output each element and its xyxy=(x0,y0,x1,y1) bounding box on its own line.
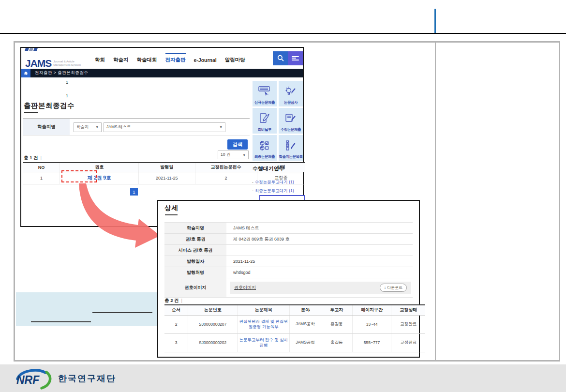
nrf-org-name: 한국연구재단 xyxy=(58,373,116,384)
popup-title-underline xyxy=(165,214,178,215)
breadcrumb: 전자출판 > 출판본최종검수 xyxy=(35,70,88,76)
redaction-line-2 xyxy=(31,321,91,322)
redaction-line-1 xyxy=(92,312,152,313)
home-icon[interactable] xyxy=(21,69,30,77)
page-title-underline xyxy=(24,112,38,113)
table-row: 3 SJ0000000202 논문투고부터 접수 및 심사 진행 JAMS공학 … xyxy=(164,333,425,352)
search-form: 학술지명 학술지 ▼ JAMS 테스트 ▼ xyxy=(23,119,250,136)
quickmenu-new-submission[interactable]: 신규논문제출 xyxy=(253,81,277,106)
jams-logo-cubes-icon xyxy=(25,48,51,51)
journal-name-label: 학술지명 xyxy=(23,119,70,135)
annotation-arrow xyxy=(63,174,167,252)
field-row-publisher: 발행처명 whtlsgod xyxy=(164,267,413,278)
quickmenu-revised-submission[interactable]: 수정논문제출 xyxy=(279,108,303,134)
field-row-service-volume: 서비스 권/호 통권 xyxy=(164,245,413,256)
nav-item-conference[interactable]: 학술대회 xyxy=(137,53,157,63)
chevron-down-icon: ▼ xyxy=(96,125,99,129)
field-row-journal-name: 학술지명 JAMS 테스트 xyxy=(164,223,413,234)
page-size-select[interactable]: 10 건 ▼ xyxy=(218,151,249,159)
field-row-issue-image: 권호이미지 권호이미지 ↓ 다운로드 xyxy=(164,278,413,298)
quickmenu-membership-fee[interactable]: 회비납부 xyxy=(253,108,277,134)
todo-title: 수행대기업무 xyxy=(253,165,284,172)
journal-type-select[interactable]: 학술지 ▼ xyxy=(74,122,102,132)
jams-logo-subtitle: Journal & Article Management System xyxy=(53,60,81,67)
stray-mark-1: 1 xyxy=(66,80,68,85)
article-table: 순서 논문번호 논문제목 분야 투고자 페이지구간 교정상태 2 SJ00000… xyxy=(164,304,425,352)
field-row-volume-issue: 권/호 통권 제 042권 869호 통권 6039 호 xyxy=(164,234,413,245)
nrf-logo: NRF 한국연구재단 xyxy=(13,367,116,390)
page-top-rule xyxy=(0,33,566,34)
nav-item-society[interactable]: 학회 xyxy=(95,53,105,63)
page-title: 출판본최종검수 xyxy=(24,101,74,110)
popup-result-count: 총 2 건| xyxy=(164,298,182,304)
quickmenu-review[interactable]: 논문심사 xyxy=(279,81,303,106)
todo-item-final-pending[interactable]: -최종논문투고대기 (1) xyxy=(252,188,294,194)
quickmenu-final-submission[interactable]: 최종논문제출 xyxy=(253,135,277,161)
nrf-swoosh-icon: NRF xyxy=(13,367,54,390)
stray-mark-2: 1 xyxy=(66,93,68,98)
breadcrumb-bar: 전자출판 > 출판본최종검수 xyxy=(21,69,303,77)
nav-item-epublish[interactable]: 전자출판 xyxy=(165,53,186,63)
quickmenu-journal-article-list[interactable]: 학술지논문목록 xyxy=(279,135,303,161)
todo-title-underline xyxy=(253,174,303,174)
issue-image-link[interactable]: 권호이미지 xyxy=(234,285,256,291)
result-count: 총 1 건| xyxy=(24,155,42,161)
nav-item-ejournal[interactable]: e-Journal xyxy=(194,54,217,63)
bulb-pencil-icon xyxy=(284,86,297,100)
search-button[interactable]: 검색 xyxy=(227,139,248,150)
table-row: 2 SJ0000000207 편집위원장 결재 및 편집위원총평 가능여부 JA… xyxy=(164,315,425,333)
article-table-header: 순서 논문번호 논문제목 분야 투고자 페이지구간 교정상태 xyxy=(164,305,425,315)
keyboard-hand-icon xyxy=(258,86,271,100)
detail-popup: 상세 학술지명 JAMS 테스트 권/호 통권 제 042권 869호 통권 6… xyxy=(157,200,420,358)
todo-item-revised-pending[interactable]: -수정논문투고대기 (1) xyxy=(252,180,294,185)
svg-text:NRF: NRF xyxy=(16,374,40,386)
nav-item-journal[interactable]: 학술지 xyxy=(113,53,129,63)
article-title-link[interactable]: 편집위원장 결재 및 편집위원총평 가능여부 xyxy=(238,319,289,330)
chevron-down-icon: ▼ xyxy=(243,153,246,157)
faces-checkbox-icon xyxy=(258,140,271,154)
main-nav: 학회 학술지 학술대회 전자출판 e-Journal 알림마당 xyxy=(95,53,245,63)
header-column-divider xyxy=(434,9,436,33)
footer-band: NRF 한국연구재단 xyxy=(0,364,566,392)
document-pencil-icon xyxy=(284,113,297,127)
popup-title: 상세 xyxy=(164,204,179,212)
hamburger-menu-icon[interactable] xyxy=(288,51,303,65)
content-frame-divider xyxy=(435,41,436,362)
article-title-link[interactable]: 논문투고부터 접수 및 심사 진행 xyxy=(238,337,289,348)
document-feather-icon xyxy=(258,113,271,127)
field-row-pub-date: 발행일자 2021-11-25 xyxy=(164,256,413,267)
download-button[interactable]: ↓ 다운로드 xyxy=(380,284,407,292)
chevron-down-icon: ▼ xyxy=(220,125,223,129)
nav-item-notice[interactable]: 알림마당 xyxy=(225,53,245,63)
search-icon[interactable] xyxy=(273,51,288,65)
checklist-pencil-icon xyxy=(284,140,297,154)
jams-header: JAMS Journal & Article Management System… xyxy=(21,48,303,68)
jams-logo[interactable]: JAMS Journal & Article Management System xyxy=(25,48,92,68)
detail-fields: 학술지명 JAMS 테스트 권/호 통권 제 042권 869호 통권 6039… xyxy=(164,222,413,298)
jams-logo-text: JAMS xyxy=(25,59,51,68)
issue-image-bar: 권호이미지 ↓ 다운로드 xyxy=(230,282,411,294)
journal-select[interactable]: JAMS 테스트 ▼ xyxy=(104,122,225,132)
